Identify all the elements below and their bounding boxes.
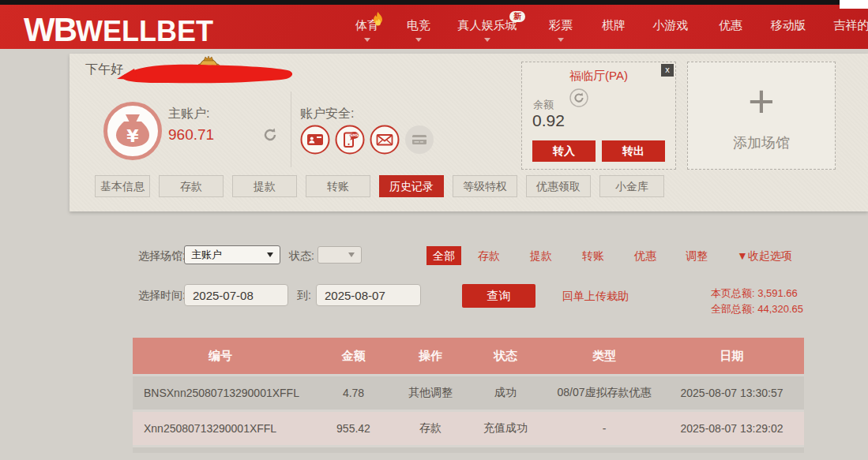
query-button[interactable]: 查询 [462, 284, 535, 308]
transfer-in-button[interactable]: 转入 [532, 140, 596, 162]
main-nav: WBWELLBET 体育 电竞 真人娱乐城 彩票 棋牌 小游戏 优惠 移动版 吉… [0, 5, 868, 49]
chevron-down-icon [364, 38, 370, 42]
table-header-row: 编号 金额 操作 状态 类型 日期 [133, 338, 804, 376]
divider [291, 92, 291, 167]
add-venue-card[interactable]: + 添加场馆 [687, 62, 836, 170]
cell-status: 充值成功 [462, 412, 549, 445]
chevron-down-icon [558, 38, 564, 42]
tab-transfer[interactable]: 转账 [306, 175, 370, 197]
venue-card: x 福临厅(PA) 余额 0.92 转入 转出 [521, 62, 676, 170]
collapse-options-link[interactable]: ▼收起选项 [737, 249, 792, 264]
tab-vault[interactable]: 小金库 [599, 175, 664, 197]
mail-icon[interactable] [370, 125, 400, 155]
svg-text:¥: ¥ [126, 126, 139, 146]
svg-text:SMS: SMS [350, 133, 359, 137]
transfer-out-button[interactable]: 转出 [602, 140, 665, 162]
table-row: Xnn25080713290001XFFL 955.42 存款 充值成功 - 2… [133, 412, 804, 447]
category-deposit-link[interactable]: 存款 [478, 249, 500, 264]
to-label: 到: [297, 289, 311, 303]
redacted-username-scribble [114, 58, 297, 90]
col-header-status: 状态 [462, 338, 549, 374]
venue-select-label: 选择场馆: [138, 249, 186, 264]
cell-op: 其他调整 [399, 376, 462, 410]
chevron-down-icon [415, 38, 422, 42]
receipt-upload-link[interactable]: 回单上传栽助 [562, 290, 629, 304]
venue-select[interactable]: 主账户 [184, 245, 280, 264]
main-account-label: 主账户: [168, 106, 209, 122]
nav-item-chess[interactable]: 棋牌 [602, 18, 626, 33]
cell-type: 08/07虚拟存款优惠 [549, 376, 659, 410]
venue-select-value: 主账户 [191, 248, 222, 262]
logo-text: WELLBET [76, 15, 213, 48]
nav-item-promos[interactable]: 优惠 [719, 18, 742, 33]
cell-date: 2025-08-07 13:29:02 [659, 412, 804, 445]
logo-mark: WB [24, 11, 76, 49]
account-panel: 下午好 ¥ [70, 54, 868, 211]
cell-amount: 955.42 [308, 412, 399, 445]
sms-phone-icon[interactable]: SMS [335, 125, 365, 155]
tab-deposit[interactable]: 存款 [159, 175, 224, 197]
bank-card-icon[interactable] [404, 125, 434, 155]
col-header-type: 类型 [549, 338, 659, 374]
col-header-op: 操作 [399, 338, 462, 374]
col-header-id: 编号 [133, 338, 308, 374]
col-header-amount: 金额 [308, 338, 399, 374]
category-adjust-link[interactable]: 调整 [686, 249, 708, 264]
category-promo-link[interactable]: 优惠 [634, 249, 656, 264]
status-select-label: 状态: [289, 249, 314, 264]
page: WBWELLBET 体育 电竞 真人娱乐城 彩票 棋牌 小游戏 优惠 移动版 吉… [0, 0, 868, 460]
tab-withdraw[interactable]: 提款 [232, 175, 297, 197]
tab-vip[interactable]: 等级特权 [453, 175, 517, 197]
plus-icon: + [688, 73, 835, 129]
page-total: 本页总额: 3,591.66 [711, 286, 803, 301]
cell-amount: 4.78 [308, 376, 399, 410]
corner-white-box [840, 0, 868, 9]
chevron-down-icon [267, 252, 273, 257]
tab-promo-claim[interactable]: 优惠领取 [526, 175, 591, 197]
grand-total: 全部总额: 44,320.65 [711, 301, 803, 317]
cell-status: 成功 [462, 376, 549, 410]
totals: 本页总额: 3,591.66 全部总额: 44,320.65 [711, 286, 803, 317]
main-account-balance: 960.71 [168, 126, 214, 144]
nav-item-lucky[interactable]: 吉祥的 [834, 18, 868, 33]
status-select[interactable] [318, 246, 362, 264]
logo[interactable]: WBWELLBET [24, 11, 213, 49]
cell-op: 存款 [399, 412, 462, 445]
date-to-input[interactable] [316, 284, 421, 306]
tab-basic-info[interactable]: 基本信息 [95, 175, 150, 197]
category-transfer-link[interactable]: 转账 [582, 249, 604, 264]
nav-item-live-casino[interactable]: 真人娱乐城 [458, 18, 517, 33]
account-security-label: 账户安全: [300, 106, 354, 122]
chevron-down-icon [348, 252, 355, 257]
refresh-icon[interactable] [569, 88, 588, 110]
account-tabs: 基本信息 存款 提款 转账 历史记录 等级特权 优惠领取 小金库 [95, 175, 664, 197]
venue-balance: 0.92 [532, 111, 565, 130]
refresh-icon[interactable] [261, 126, 279, 147]
cell-type: - [549, 412, 659, 445]
time-select-label: 选择时间: [138, 289, 186, 303]
nav-item-mobile[interactable]: 移动版 [771, 18, 806, 33]
date-from-input[interactable] [184, 284, 288, 306]
cell-id: Xnn25080713290001XFFL [133, 412, 308, 445]
add-venue-label: 添加场馆 [688, 133, 835, 152]
table-row-partial [133, 447, 804, 453]
venue-title: 福临厅(PA) [522, 69, 675, 84]
nav-item-minigames[interactable]: 小游戏 [653, 18, 689, 33]
tab-history[interactable]: 历史记录 [379, 175, 444, 197]
table-row: BNSXnn25080713290001XFFL 4.78 其他调整 成功 08… [133, 376, 804, 412]
category-all-button[interactable]: 全部 [426, 246, 461, 265]
id-card-icon[interactable] [300, 125, 330, 155]
cell-id: BNSXnn25080713290001XFFL [133, 376, 308, 410]
nav-item-lottery[interactable]: 彩票 [549, 18, 573, 33]
money-bag-icon: ¥ [103, 101, 163, 164]
chevron-down-icon [484, 38, 490, 42]
venue-balance-label: 余额 [533, 98, 554, 112]
nav-item-esports[interactable]: 电竞 [407, 18, 430, 33]
cell-date: 2025-08-07 13:30:57 [659, 376, 804, 410]
history-table: 编号 金额 操作 状态 类型 日期 BNSXnn25080713290001XF… [133, 338, 804, 453]
fire-icon [372, 12, 384, 29]
new-badge: 新 [509, 11, 525, 22]
category-withdraw-link[interactable]: 提款 [530, 249, 552, 264]
col-header-date: 日期 [659, 338, 804, 374]
